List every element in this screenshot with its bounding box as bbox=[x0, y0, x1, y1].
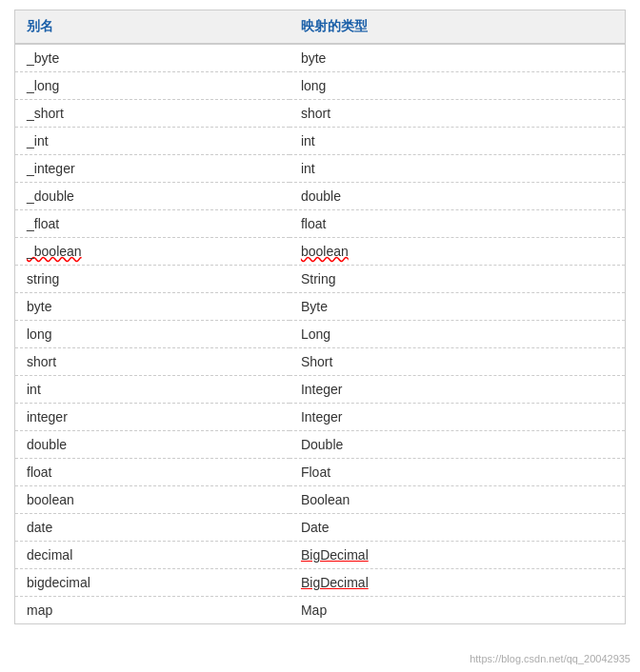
alias-cell: _short bbox=[15, 100, 290, 128]
header-type: 映射的类型 bbox=[290, 10, 626, 45]
alias-cell: map bbox=[15, 597, 290, 624]
type-cell: String bbox=[290, 266, 626, 293]
type-cell: byte bbox=[290, 44, 626, 72]
alias-cell: float bbox=[15, 459, 290, 486]
table-row: booleanBoolean bbox=[15, 486, 626, 514]
type-cell: long bbox=[290, 72, 626, 100]
alias-cell: _integer bbox=[15, 155, 290, 183]
type-cell: BigDecimal bbox=[290, 542, 626, 569]
alias-cell: long bbox=[15, 321, 290, 348]
table-row: _shortshort bbox=[15, 100, 626, 128]
table-row: floatFloat bbox=[15, 459, 626, 486]
table-row: integerInteger bbox=[15, 404, 626, 431]
alias-cell: double bbox=[15, 431, 290, 459]
type-cell: BigDecimal bbox=[290, 569, 626, 597]
type-cell: float bbox=[290, 210, 626, 238]
type-cell: Integer bbox=[290, 404, 626, 431]
alias-cell: _int bbox=[15, 128, 290, 155]
type-cell: Integer bbox=[290, 376, 626, 404]
type-cell: Float bbox=[290, 459, 626, 486]
type-cell: int bbox=[290, 128, 626, 155]
type-cell: int bbox=[290, 155, 626, 183]
table-row: mapMap bbox=[15, 597, 626, 624]
alias-cell: _double bbox=[15, 183, 290, 210]
alias-cell: _byte bbox=[15, 44, 290, 72]
table-row: longLong bbox=[15, 321, 626, 348]
header-alias: 别名 bbox=[15, 10, 290, 45]
table-row: intInteger bbox=[15, 376, 626, 404]
type-cell: double bbox=[290, 183, 626, 210]
table-row: _doubledouble bbox=[15, 183, 626, 210]
type-cell: Short bbox=[290, 348, 626, 376]
type-cell: Date bbox=[290, 514, 626, 542]
table-row: stringString bbox=[15, 266, 626, 293]
alias-cell: _boolean bbox=[15, 238, 290, 266]
table-row: shortShort bbox=[15, 348, 626, 376]
alias-cell: int bbox=[15, 376, 290, 404]
table-body: _bytebyte_longlong_shortshort_intint_int… bbox=[15, 44, 626, 624]
type-cell: Boolean bbox=[290, 486, 626, 514]
type-cell: boolean bbox=[290, 238, 626, 266]
table-row: decimalBigDecimal bbox=[15, 542, 626, 569]
watermark: https://blog.csdn.net/qq_20042935 bbox=[470, 653, 630, 664]
table-row: _booleanboolean bbox=[15, 238, 626, 266]
alias-cell: bigdecimal bbox=[15, 569, 290, 597]
alias-cell: byte bbox=[15, 293, 290, 321]
alias-cell: date bbox=[15, 514, 290, 542]
type-cell: Double bbox=[290, 431, 626, 459]
type-cell: Byte bbox=[290, 293, 626, 321]
type-mapping-table: 别名 映射的类型 _bytebyte_longlong_shortshort_i… bbox=[14, 10, 626, 624]
table-row: bigdecimalBigDecimal bbox=[15, 569, 626, 597]
type-cell: Long bbox=[290, 321, 626, 348]
alias-cell: string bbox=[15, 266, 290, 293]
alias-cell: decimal bbox=[15, 542, 290, 569]
alias-cell: _float bbox=[15, 210, 290, 238]
alias-cell: boolean bbox=[15, 486, 290, 514]
type-cell: short bbox=[290, 100, 626, 128]
table-row: dateDate bbox=[15, 514, 626, 542]
alias-cell: integer bbox=[15, 404, 290, 431]
table-row: _integerint bbox=[15, 155, 626, 183]
table-header-row: 别名 映射的类型 bbox=[15, 10, 626, 45]
table-row: byteByte bbox=[15, 293, 626, 321]
alias-cell: _long bbox=[15, 72, 290, 100]
table-row: _longlong bbox=[15, 72, 626, 100]
type-cell: Map bbox=[290, 597, 626, 624]
table-row: _floatfloat bbox=[15, 210, 626, 238]
table-container: 别名 映射的类型 _bytebyte_longlong_shortshort_i… bbox=[0, 0, 640, 634]
table-row: _intint bbox=[15, 128, 626, 155]
table-row: _bytebyte bbox=[15, 44, 626, 72]
table-row: doubleDouble bbox=[15, 431, 626, 459]
alias-cell: short bbox=[15, 348, 290, 376]
